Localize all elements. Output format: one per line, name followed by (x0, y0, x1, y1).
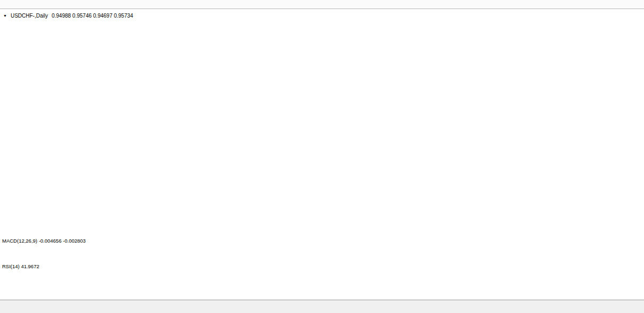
rsi-name: RSI(14) (2, 263, 20, 269)
chart-window-title: ▼ USDCHF-,Daily 0.94988 0.95746 0.94697 … (3, 13, 133, 19)
symbol-tab-bar (0, 300, 644, 313)
rsi-indicator-label: RSI(14) 41.9672 (2, 263, 39, 269)
macd-indicator-label: MACD(12,26,9) -0.004656 -0.002803 (2, 238, 86, 244)
symbol-dropdown-icon[interactable]: ▼ (3, 13, 7, 19)
rsi-value: 41.9672 (21, 263, 39, 269)
chart-canvas[interactable] (0, 0, 644, 313)
ohlc-values: 0.94988 0.95746 0.94697 0.95734 (52, 13, 133, 19)
symbol-label: USDCHF-,Daily (11, 13, 48, 19)
macd-values: -0.004656 -0.002803 (39, 238, 86, 244)
macd-name: MACD(12,26,9) (2, 238, 37, 244)
timeframe-toolbar (0, 0, 644, 9)
